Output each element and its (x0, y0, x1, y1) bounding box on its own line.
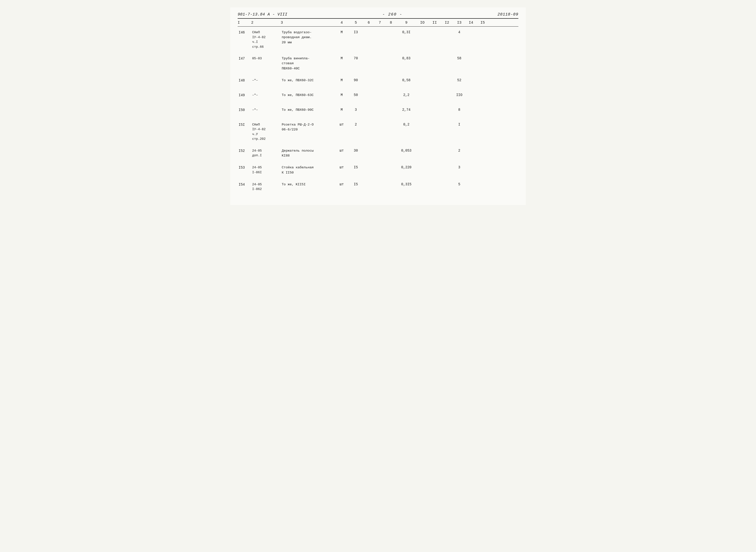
col-header-2: 2 (251, 21, 281, 25)
row-c13: 58 (453, 56, 465, 61)
row-desc: То же, KII5I (281, 182, 335, 187)
row-id: I5I (238, 122, 251, 128)
row-ref: СНиПIУ-4-82ч.Устр.202 (251, 122, 281, 141)
row-unit: шт (335, 165, 348, 170)
table-row: I52 24-05доп.I Держатель полосыKI88 шт 3… (238, 145, 518, 162)
col-header-5: 5 (348, 21, 363, 25)
table-row: I50 –″– То же, ПВХ60-90С М 3 2,74 8 (238, 104, 518, 119)
row-qty: I5 (348, 165, 363, 170)
row-id: I48 (238, 78, 251, 83)
row-unit: шт (335, 182, 348, 187)
row-id: I49 (238, 93, 251, 98)
row-id: I54 (238, 182, 251, 187)
row-desc: Розетка РШ-Д-2-О06-6/220 (281, 122, 335, 132)
row-c13: 52 (453, 78, 465, 83)
row-id: I46 (238, 30, 251, 35)
row-c9: 2,2 (397, 93, 416, 98)
row-qty: I3 (348, 30, 363, 35)
row-ref: –″– (251, 108, 281, 113)
table-row: I5I СНиПIУ-4-82ч.Устр.202 Розетка РШ-Д-2… (238, 119, 518, 145)
col-header-4: 4 (335, 21, 348, 25)
page-container: 901-7-13.84 A - VIII - 260 - 20118-09 I … (230, 7, 526, 205)
col-header-6: 6 (363, 21, 374, 25)
header-row: 901-7-13.84 A - VIII - 260 - 20118-09 (238, 12, 518, 19)
row-desc: То же, ПВХ60-32С (281, 78, 335, 83)
table-row: I49 –″– То же, ПВХ60-63С М 50 2,2 IIO (238, 89, 518, 104)
col-header-14: I4 (465, 21, 476, 25)
col-header-9: 9 (397, 21, 416, 25)
row-unit: шт (335, 148, 348, 153)
row-c13: 5 (453, 182, 465, 187)
row-desc: То же, ПВХ60-90С (281, 108, 335, 113)
col-header-12: I2 (441, 21, 453, 25)
row-qty: 70 (348, 56, 363, 61)
row-c13: 4 (453, 30, 465, 35)
header-center: - 260 - (383, 12, 402, 17)
row-unit: М (335, 56, 348, 61)
row-c9: 0,053 (397, 148, 416, 153)
row-id: I53 (238, 165, 251, 170)
row-c9: 0,83 (397, 56, 416, 61)
row-c9: 2,74 (397, 108, 416, 113)
row-c13: 2 (453, 148, 465, 153)
row-c13: 3 (453, 165, 465, 170)
row-c13: IIO (453, 93, 465, 98)
row-qty: 3 (348, 108, 363, 113)
row-c9: 0,220 (397, 165, 416, 170)
row-qty: 2 (348, 122, 363, 127)
col-header-7: 7 (374, 21, 386, 25)
row-qty: 90 (348, 78, 363, 83)
row-c13: 8 (453, 108, 465, 113)
table-row: I47 05-03 Труба винипла-стоваяПВХ60-40С … (238, 53, 518, 75)
header-right: 20118-09 (498, 12, 518, 17)
col-header-1: I (238, 21, 251, 25)
row-desc: То же, ПВХ60-63С (281, 93, 335, 98)
data-rows: I46 СНиПIУ-4-82ч.Iстр.66 Труба водогазо-… (238, 27, 518, 195)
row-unit: шт (335, 122, 348, 127)
table-row: I46 СНиПIУ-4-82ч.Iстр.66 Труба водогазо-… (238, 27, 518, 53)
col-header-3: 3 (281, 21, 335, 25)
row-desc: Труба водогазо-проводная диам.20 мм (281, 30, 335, 45)
row-ref: –″– (251, 78, 281, 83)
row-c9: 0,3I (397, 30, 416, 35)
row-qty: 50 (348, 93, 363, 98)
row-ref: –″– (251, 93, 281, 98)
row-unit: М (335, 30, 348, 35)
row-id: I52 (238, 148, 251, 154)
row-qty: 30 (348, 148, 363, 153)
row-desc: Труба винипла-стоваяПВХ60-40С (281, 56, 335, 71)
row-id: I47 (238, 56, 251, 61)
row-ref: 24-05доп.I (251, 148, 281, 158)
row-desc: Стойка кабельнаяК II50 (281, 165, 335, 175)
row-c9: 0,2 (397, 122, 416, 127)
row-c9: 0,3I5 (397, 182, 416, 187)
row-desc: Держатель полосыKI88 (281, 148, 335, 158)
row-c13: I (453, 122, 465, 127)
col-header-15: I5 (476, 21, 489, 25)
col-header-8: 8 (386, 21, 397, 25)
row-ref: СНиПIУ-4-82ч.Iстр.66 (251, 30, 281, 49)
column-headers: I 2 3 4 5 6 7 8 9 IO II I2 I3 I4 I5 (238, 19, 518, 27)
row-ref: 05-03 (251, 56, 281, 61)
row-qty: I5 (348, 182, 363, 187)
row-ref: 24-05I-86I (251, 165, 281, 175)
col-header-11: II (428, 21, 441, 25)
row-ref: 24-05I-862 (251, 182, 281, 192)
col-header-10: IO (416, 21, 428, 25)
row-unit: М (335, 78, 348, 83)
table-row: I54 24-05I-862 То же, KII5I шт I5 0,3I5 … (238, 179, 518, 195)
header-left: 901-7-13.84 A - VIII (238, 12, 287, 17)
row-unit: М (335, 93, 348, 98)
table-row: I48 –″– То же, ПВХ60-32С М 90 0,58 52 (238, 75, 518, 89)
row-id: I50 (238, 108, 251, 113)
row-c9: 0,58 (397, 78, 416, 83)
row-unit: М (335, 108, 348, 113)
col-header-13: I3 (453, 21, 465, 25)
table-row: I53 24-05I-86I Стойка кабельнаяК II50 шт… (238, 162, 518, 179)
